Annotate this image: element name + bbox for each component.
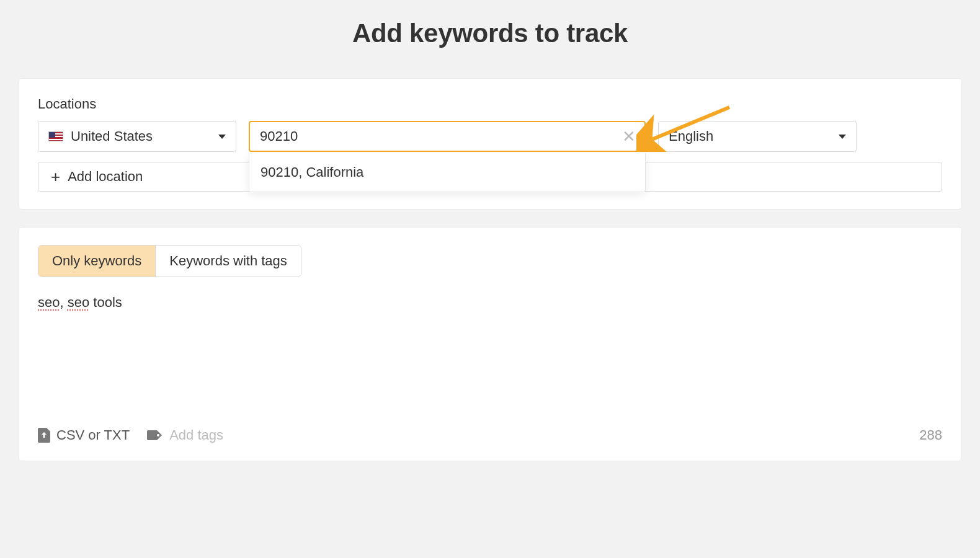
- svg-point-1: [157, 434, 159, 436]
- location-search-input[interactable]: [249, 121, 646, 152]
- us-flag-icon: [48, 131, 63, 141]
- character-counter: 288: [919, 427, 942, 443]
- tab-keywords-with-tags[interactable]: Keywords with tags: [155, 246, 301, 277]
- add-location-label: Add location: [68, 169, 143, 185]
- locations-panel: Locations United States ✕ 90210, Califor…: [19, 78, 961, 210]
- chevron-down-icon: [218, 135, 226, 139]
- country-select[interactable]: United States: [38, 121, 236, 152]
- add-tags-button[interactable]: Add tags: [147, 427, 223, 443]
- plus-icon: +: [51, 169, 60, 185]
- keywords-textarea[interactable]: seo, seo tools: [38, 292, 942, 422]
- keyword-token: seo: [38, 294, 60, 310]
- chevron-down-icon: [839, 135, 846, 139]
- tab-only-keywords[interactable]: Only keywords: [38, 246, 155, 277]
- language-select[interactable]: English: [658, 121, 857, 152]
- tag-icon: [147, 429, 163, 441]
- page-title: Add keywords to track: [19, 19, 961, 48]
- upload-file-label: CSV or TXT: [56, 427, 130, 443]
- location-suggestion-item[interactable]: 90210, California: [249, 153, 645, 192]
- locations-label: Locations: [38, 96, 942, 112]
- keywords-panel: Only keywords Keywords with tags seo, se…: [19, 227, 961, 461]
- file-upload-icon: [38, 428, 50, 443]
- country-value: United States: [71, 128, 153, 144]
- clear-icon[interactable]: ✕: [620, 126, 638, 147]
- upload-file-button[interactable]: CSV or TXT: [38, 427, 130, 443]
- location-suggestions-dropdown: 90210, California: [249, 153, 646, 192]
- keyword-mode-tabs: Only keywords Keywords with tags: [38, 245, 301, 277]
- add-tags-label: Add tags: [169, 427, 223, 443]
- language-value: English: [669, 128, 713, 144]
- keyword-token: seo: [68, 294, 89, 310]
